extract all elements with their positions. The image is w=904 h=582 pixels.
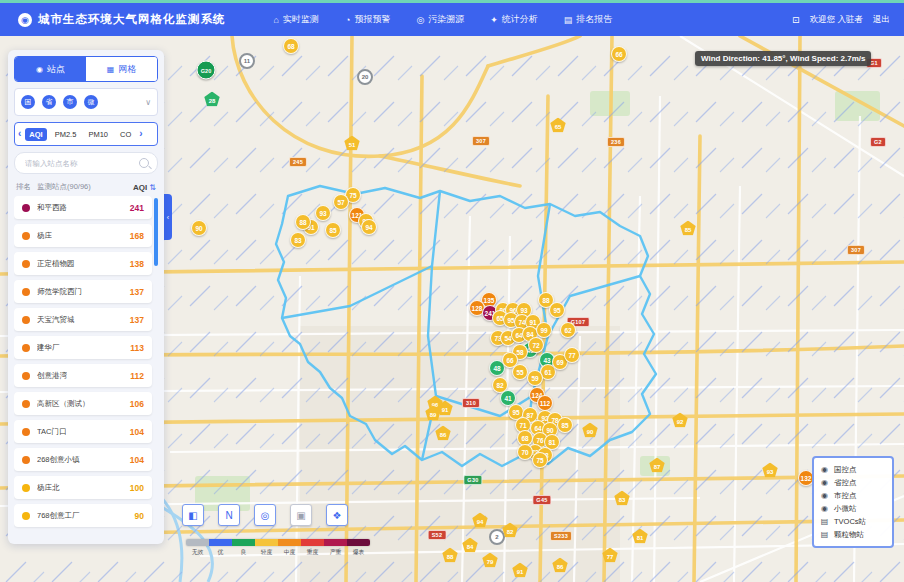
tab-网格[interactable]: ▦网格 [86, 57, 157, 81]
pollutant-AQI[interactable]: AQI [25, 128, 46, 141]
rank-dot [22, 316, 30, 324]
nav-label: 排名报告 [576, 13, 612, 26]
station-row[interactable]: 杨庄北100 [14, 476, 152, 499]
station-type-filter[interactable]: 国省市微∨ [14, 88, 158, 116]
legend-label: 省控点 [834, 478, 857, 488]
station-marker[interactable]: 90 [191, 220, 207, 236]
station-type-legend: ◉国控点◉省控点◉市控点◉小微站▤TVOCs站▤颗粒物站 [812, 456, 894, 548]
pin-icon: ◉ [820, 491, 829, 500]
view-tabs: ◉站点▦网格 [14, 56, 158, 82]
pollutant-selector: ‹AQIPM2.5PM10CO› [14, 122, 158, 146]
list-scrollbar[interactable] [154, 198, 158, 266]
station-name: 师范学院西门 [37, 287, 82, 297]
station-aqi-value: 104 [130, 427, 144, 437]
locate-tool[interactable]: ◎ [254, 504, 276, 526]
station-marker[interactable]: 72 [528, 337, 544, 353]
station-row[interactable]: 高新区（测试）106 [14, 392, 152, 415]
station-marker[interactable]: 112 [537, 395, 553, 411]
filter-icon-国[interactable]: 国 [21, 95, 35, 109]
main-nav: ⌂实时监测◔预报预警◎污染溯源✦统计分析▤排名报告 [274, 13, 613, 26]
station-marker[interactable]: 77 [564, 347, 580, 363]
logo-drop-icon: ◉ [18, 13, 32, 27]
station-row[interactable]: 建华厂113 [14, 336, 152, 359]
station-row[interactable]: 天宝汽贸城137 [14, 308, 152, 331]
highway-shield-icon: G20 [197, 61, 216, 80]
road-badge: 307 [847, 245, 865, 255]
station-name: 正定植物园 [37, 259, 75, 269]
nav-item-实时监测[interactable]: ⌂实时监测 [274, 13, 319, 26]
search-input[interactable] [23, 158, 139, 169]
filter-icon-市[interactable]: 市 [63, 95, 77, 109]
nav-item-统计分析[interactable]: ✦统计分析 [490, 13, 538, 26]
station-marker[interactable]: 83 [290, 232, 306, 248]
nav-item-污染溯源[interactable]: ◎污染溯源 [416, 13, 464, 26]
station-row[interactable]: 师范学院西门137 [14, 280, 152, 303]
station-marker[interactable]: 75 [532, 452, 548, 468]
app-header: ◉ 城市生态环境大气网格化监测系统 ⌂实时监测◔预报预警◎污染溯源✦统计分析▤排… [0, 3, 904, 36]
scale-label: 良 [233, 548, 254, 556]
pollutant-PM2.5[interactable]: PM2.5 [51, 128, 81, 141]
station-name: 768创意工厂 [37, 511, 80, 521]
station-row[interactable]: 和平西路241 [14, 196, 152, 219]
logout-link[interactable]: 退出 [873, 14, 890, 26]
station-marker[interactable]: 66 [611, 46, 627, 62]
app-root: G202811202686690655185245307236G1G2307G1… [0, 0, 904, 582]
station-list[interactable]: 和平西路241杨庄168正定植物园138师范学院西门137天宝汽贸城137建华厂… [14, 196, 158, 538]
rank-dot [22, 484, 30, 492]
station-row[interactable]: 杨庄168 [14, 224, 152, 247]
station-marker[interactable]: 95 [549, 302, 565, 318]
list-header: 排名 监测站点(90/96) AQI ⇅ [16, 182, 156, 192]
station-marker[interactable]: 94 [361, 219, 377, 235]
prev-arrow-icon[interactable]: ‹ [18, 129, 21, 139]
measure-tool[interactable]: ◧ [182, 504, 204, 526]
legend-label: TVOCs站 [834, 517, 866, 527]
station-row[interactable]: 768创意工厂90 [14, 504, 152, 527]
station-row[interactable]: 创意港湾112 [14, 364, 152, 387]
tab-站点[interactable]: ◉站点 [15, 57, 86, 81]
chevron-down-icon[interactable]: ∨ [145, 98, 151, 107]
station-marker[interactable]: 70 [517, 444, 533, 460]
station-row[interactable]: TAC门口104 [14, 420, 152, 443]
pollutant-CO[interactable]: CO [116, 128, 135, 141]
nav-label: 统计分析 [502, 13, 538, 26]
scale-segment [278, 539, 301, 546]
station-marker[interactable]: 57 [333, 194, 349, 210]
next-arrow-icon[interactable]: › [139, 129, 142, 139]
filter-icon-微[interactable]: 微 [84, 95, 98, 109]
filter-icon-省[interactable]: 省 [42, 95, 56, 109]
welcome-text: 欢迎您 入驻者 [810, 14, 863, 26]
station-marker[interactable]: 59 [527, 370, 543, 386]
user-area: ⊡ 欢迎您 入驻者 退出 [792, 14, 890, 26]
station-marker[interactable]: 55 [512, 364, 528, 380]
station-marker[interactable]: 85 [325, 222, 341, 238]
station-name: 创意港湾 [37, 371, 67, 381]
station-row[interactable]: 268创意小镇104 [14, 448, 152, 471]
road-badge: 245 [289, 157, 307, 167]
station-marker[interactable]: 85 [557, 417, 573, 433]
sort-icon[interactable]: ⇅ [149, 183, 156, 192]
wind-info-tooltip: Wind Direction: 41.85°, Wind Speed: 2.7m… [695, 51, 871, 66]
theme-tool[interactable]: ❖ [326, 504, 348, 526]
layers-tool[interactable]: ▣ [290, 504, 312, 526]
station-search[interactable] [14, 152, 158, 174]
legend-row: ▤颗粒物站 [820, 528, 886, 541]
station-marker[interactable]: 88 [295, 214, 311, 230]
station-aqi-value: 112 [130, 371, 144, 381]
nav-item-预报预警[interactable]: ◔预报预警 [345, 13, 390, 26]
nav-item-排名报告[interactable]: ▤排名报告 [564, 13, 613, 26]
station-marker[interactable]: 99 [536, 322, 552, 338]
legend-row: ▤TVOCs站 [820, 515, 886, 528]
tab-label: 网格 [118, 63, 136, 76]
station-row[interactable]: 正定植物园138 [14, 252, 152, 275]
station-marker[interactable]: 93 [315, 205, 331, 221]
scale-label: 优 [210, 548, 231, 556]
station-aqi-value: 100 [130, 483, 144, 493]
station-marker[interactable]: 62 [560, 322, 576, 338]
sidebar-collapse-handle[interactable]: ‹ [164, 194, 172, 240]
tab-icon: ▦ [107, 65, 115, 74]
road-badge: 310 [462, 398, 480, 408]
station-marker[interactable]: 68 [283, 38, 299, 54]
north-tool[interactable]: N [218, 504, 240, 526]
pollutant-PM10[interactable]: PM10 [84, 128, 112, 141]
nav-label: 污染溯源 [428, 13, 464, 26]
